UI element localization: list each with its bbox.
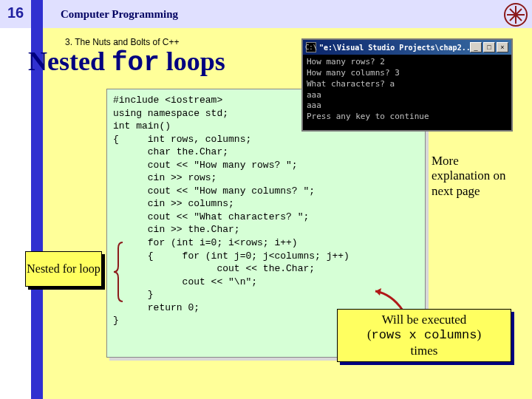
institution-logo-icon [504, 3, 528, 27]
note-right: More explanation on next page [432, 154, 514, 199]
brace-icon [112, 241, 126, 303]
window-buttons: _ □ × [470, 42, 508, 52]
slide-title: Nested for loops [28, 46, 225, 78]
header-title: Computer Programming [61, 8, 178, 21]
cmd-icon: C:\ [306, 42, 316, 52]
title-post: loops [160, 47, 225, 76]
console-output: How many rows? 2 How many columns? 3 Wha… [303, 55, 511, 125]
maximize-button[interactable]: □ [483, 42, 495, 52]
slide-number: 16 [7, 4, 24, 21]
title-code: for [112, 48, 160, 78]
nested-loop-label: Nested for loop [25, 251, 102, 287]
callout-line2: (rows x columns) [367, 327, 481, 343]
console-window: C:\ "e:\Visual Studio Projects\chap2... … [301, 38, 513, 132]
close-button[interactable]: × [497, 42, 508, 52]
minimize-button[interactable]: _ [470, 42, 482, 52]
title-pre: Nested [28, 47, 112, 76]
callout-line1: Will be executed [382, 313, 466, 327]
header-bar: Computer Programming [0, 0, 532, 28]
console-title-text: "e:\Visual Studio Projects\chap2... [319, 44, 470, 52]
callout-line3: times [411, 344, 438, 358]
callout-box: Will be executed (rows x columns) times [337, 309, 511, 362]
console-titlebar: C:\ "e:\Visual Studio Projects\chap2... … [303, 40, 511, 55]
